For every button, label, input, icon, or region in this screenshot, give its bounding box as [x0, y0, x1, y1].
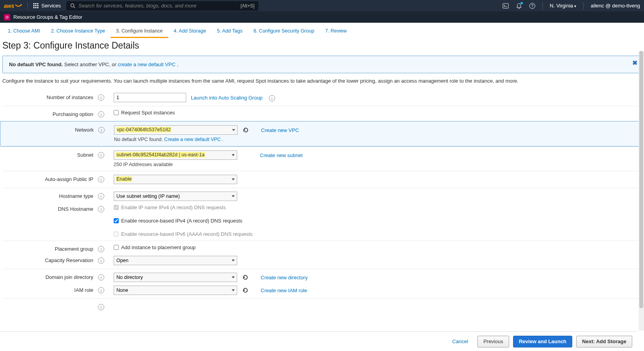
field-label: IAM role: [2, 286, 96, 293]
info-icon[interactable]: i: [96, 302, 106, 310]
info-icon[interactable]: i: [96, 150, 106, 158]
tab-add-tags[interactable]: 5. Add Tags: [212, 24, 248, 38]
create-subnet-link[interactable]: Create new subnet: [260, 152, 303, 158]
domain-join-select[interactable]: No directory: [114, 273, 237, 282]
info-icon[interactable]: i: [96, 286, 106, 293]
placement-group-checkbox[interactable]: [114, 245, 119, 250]
iam-role-select[interactable]: None: [114, 286, 237, 295]
svg-line-1: [74, 7, 75, 8]
search-shortcut: [Alt+S]: [241, 3, 255, 9]
refresh-icon[interactable]: [242, 287, 249, 294]
scrollbar-thumb[interactable]: [639, 51, 643, 308]
row-placement-group: Placement group i Add instance to placem…: [2, 241, 642, 256]
field-label: Subnet: [2, 150, 96, 158]
field-label: Auto-assign Public IP: [2, 175, 96, 182]
create-directory-link[interactable]: Create new directory: [261, 275, 308, 280]
svg-point-0: [71, 4, 74, 7]
svg-point-6: [7, 17, 7, 18]
info-icon[interactable]: i: [96, 204, 106, 212]
info-icon[interactable]: i: [96, 110, 106, 118]
notifications-icon[interactable]: [516, 3, 522, 9]
global-search[interactable]: Search for services, features, blogs, do…: [66, 1, 258, 11]
wizard-footer: Cancel Previous Review and Launch Next: …: [0, 331, 638, 351]
field-label: DNS Hostname: [2, 204, 96, 212]
tab-configure-instance[interactable]: 3. Configure Instance: [111, 24, 168, 38]
row-dns-hostname: DNS Hostname i Enable IP name IPv4 (A re…: [2, 204, 642, 241]
info-icon[interactable]: i: [96, 93, 106, 101]
search-placeholder: Search for services, features, blogs, do…: [78, 3, 196, 9]
tab-security-group[interactable]: 6. Configure Security Group: [248, 24, 320, 38]
capacity-reservation-select[interactable]: Open: [114, 256, 237, 265]
info-icon[interactable]: i: [96, 256, 106, 264]
resource-groups-icon: [4, 14, 10, 20]
network-select[interactable]: vpc-0474064fc537e5182: [114, 125, 238, 135]
auto-ip-select[interactable]: Enable: [114, 175, 237, 184]
create-vpc-link[interactable]: Create new VPC: [261, 127, 299, 133]
tab-review[interactable]: 7. Review: [320, 24, 352, 38]
nav-separator: [583, 2, 584, 9]
create-default-vpc-link[interactable]: create a new default VPC: [118, 62, 175, 67]
dns-ipv4-name-checkbox: [114, 205, 119, 210]
intro-text: Configure the instance to suit your requ…: [2, 78, 642, 84]
num-instances-input[interactable]: [114, 93, 186, 102]
info-icon[interactable]: i: [96, 273, 106, 280]
checkbox-label: Add instance to placement group: [121, 244, 196, 250]
info-icon[interactable]: i: [97, 125, 106, 133]
previous-button[interactable]: Previous: [477, 336, 509, 347]
checkbox-label: Enable resource-based IPv6 (AAAA record)…: [121, 231, 252, 237]
account-menu[interactable]: allenc @ demo-tlveng: [591, 3, 640, 9]
row-domain-join: Domain join directory i No directory Cre…: [2, 269, 642, 286]
row-purchasing-option: Purchasing option i Request Spot instanc…: [2, 106, 642, 121]
resource-groups-link[interactable]: Resource Groups & Tag Editor: [13, 14, 82, 20]
refresh-icon[interactable]: [242, 127, 249, 134]
launch-asg-link[interactable]: Launch into Auto Scaling Group: [191, 95, 263, 101]
tab-choose-ami[interactable]: 1. Choose AMI: [2, 24, 45, 38]
hostname-type-select[interactable]: Use subnet setting (IP name): [114, 192, 237, 201]
subnet-select[interactable]: subnet-08c952541f4ab282d | us-east-1a: [114, 150, 237, 160]
review-and-launch-button[interactable]: Review and Launch: [513, 336, 572, 347]
close-icon[interactable]: ✖: [632, 59, 637, 67]
create-iam-role-link[interactable]: Create new IAM role: [261, 288, 307, 293]
nav-separator: [542, 2, 543, 9]
region-selector[interactable]: N. Virginia: [550, 3, 577, 9]
services-grid-icon: [33, 3, 39, 9]
row-more: i: [2, 299, 642, 306]
checkbox-label: Enable resource-based IPv4 (A record) DN…: [121, 218, 242, 224]
refresh-icon[interactable]: [242, 274, 249, 281]
wizard-step-tabs: 1. Choose AMI 2. Choose Instance Type 3.…: [0, 23, 644, 38]
cloudshell-icon[interactable]: [503, 3, 509, 9]
svg-text:?: ?: [531, 4, 533, 8]
next-button[interactable]: Next: Add Storage: [576, 336, 632, 347]
field-label: Purchasing option: [2, 110, 96, 117]
page-title: Step 3: Configure Instance Details: [2, 40, 642, 51]
info-icon[interactable]: i: [96, 244, 106, 252]
services-menu[interactable]: Services: [33, 3, 61, 9]
tab-add-storage[interactable]: 4. Add Storage: [168, 24, 212, 38]
cancel-button[interactable]: Cancel: [447, 336, 473, 347]
info-icon[interactable]: i: [267, 94, 277, 101]
page-body: Step 3: Configure Instance Details No de…: [0, 38, 644, 351]
svg-rect-2: [503, 4, 508, 8]
service-subnav: Resource Groups & Tag Editor: [0, 11, 644, 23]
alert-text: Select another VPC, or: [63, 62, 118, 67]
nav-separator: [27, 2, 28, 9]
help-icon[interactable]: ?: [529, 3, 535, 9]
request-spot-checkbox[interactable]: [114, 110, 119, 115]
scrollbar[interactable]: [639, 51, 644, 331]
checkbox-label: Request Spot instances: [121, 110, 175, 116]
row-number-of-instances: Number of instances i Launch into Auto S…: [2, 89, 642, 106]
network-subtext: No default VPC found.: [114, 137, 164, 142]
info-icon[interactable]: i: [96, 192, 106, 199]
configure-form: Number of instances i Launch into Auto S…: [2, 89, 642, 306]
dns-ipv6-resource-checkbox: [114, 232, 119, 237]
row-auto-public-ip: Auto-assign Public IP i EnableEnable: [2, 171, 642, 188]
create-default-vpc-link-2[interactable]: Create a new default VPC: [164, 137, 221, 142]
dns-ipv4-resource-checkbox[interactable]: [114, 218, 119, 223]
tab-choose-instance[interactable]: 2. Choose Instance Type: [45, 24, 111, 38]
field-label: Domain join directory: [2, 273, 96, 280]
aws-logo[interactable]: aws: [4, 3, 22, 9]
field-label: Number of instances: [2, 93, 96, 100]
field-label: Network: [3, 125, 97, 133]
no-default-vpc-alert: No default VPC found. Select another VPC…: [2, 56, 642, 73]
info-icon[interactable]: i: [96, 175, 106, 183]
